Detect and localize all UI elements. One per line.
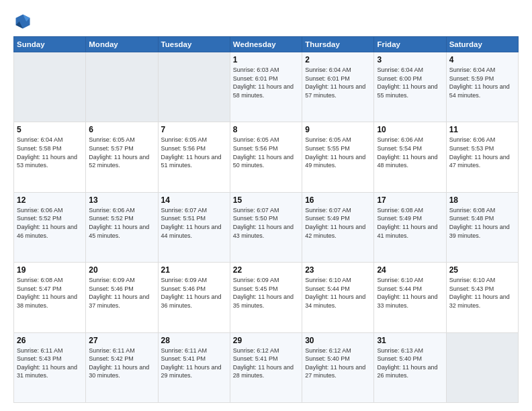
- day-info: Sunrise: 6:07 AMSunset: 5:49 PMDaylight:…: [305, 206, 371, 240]
- day-info: Sunrise: 6:12 AMSunset: 5:41 PMDaylight:…: [233, 347, 299, 380]
- day-number: 31: [377, 336, 443, 345]
- calendar-cell: [446, 332, 518, 402]
- day-info: Sunrise: 6:11 AMSunset: 5:43 PMDaylight:…: [17, 347, 83, 380]
- day-info: Sunrise: 6:08 AMSunset: 5:47 PMDaylight:…: [17, 276, 83, 310]
- day-info: Sunrise: 6:10 AMSunset: 5:43 PMDaylight:…: [449, 276, 515, 310]
- calendar-cell: 11Sunrise: 6:06 AMSunset: 5:53 PMDayligh…: [446, 122, 518, 192]
- day-number: 7: [161, 125, 227, 134]
- calendar-cell: 10Sunrise: 6:06 AMSunset: 5:54 PMDayligh…: [374, 122, 446, 192]
- calendar-cell: 2Sunrise: 6:04 AMSunset: 6:01 PMDaylight…: [302, 52, 374, 122]
- day-number: 24: [377, 265, 443, 275]
- day-info: Sunrise: 6:04 AMSunset: 6:01 PMDaylight:…: [305, 66, 371, 99]
- page: SundayMondayTuesdayWednesdayThursdayFrid…: [0, 0, 532, 411]
- day-number: 23: [305, 265, 371, 275]
- calendar-cell: 21Sunrise: 6:09 AMSunset: 5:46 PMDayligh…: [158, 263, 230, 332]
- calendar-cell: 1Sunrise: 6:03 AMSunset: 6:01 PMDaylight…: [230, 52, 302, 122]
- logo-icon: [13, 12, 32, 31]
- day-info: Sunrise: 6:06 AMSunset: 5:53 PMDaylight:…: [449, 136, 515, 169]
- calendar-cell: [158, 52, 230, 122]
- weekday-header-saturday: Saturday: [446, 37, 518, 52]
- calendar-cell: 4Sunrise: 6:04 AMSunset: 5:59 PMDaylight…: [446, 52, 518, 122]
- calendar-cell: 5Sunrise: 6:04 AMSunset: 5:58 PMDaylight…: [14, 122, 86, 192]
- day-number: 28: [161, 336, 227, 345]
- calendar-cell: 18Sunrise: 6:08 AMSunset: 5:48 PMDayligh…: [446, 192, 518, 262]
- day-info: Sunrise: 6:03 AMSunset: 6:01 PMDaylight:…: [233, 66, 299, 99]
- logo: [13, 12, 35, 31]
- day-info: Sunrise: 6:05 AMSunset: 5:56 PMDaylight:…: [233, 136, 299, 169]
- calendar-cell: 15Sunrise: 6:07 AMSunset: 5:50 PMDayligh…: [230, 192, 302, 262]
- day-info: Sunrise: 6:06 AMSunset: 5:52 PMDaylight:…: [17, 206, 83, 240]
- day-number: 10: [377, 125, 443, 134]
- weekday-header-wednesday: Wednesday: [230, 37, 302, 52]
- week-row-2: 5Sunrise: 6:04 AMSunset: 5:58 PMDaylight…: [14, 122, 519, 192]
- day-info: Sunrise: 6:09 AMSunset: 5:45 PMDaylight:…: [233, 276, 299, 310]
- weekday-header-thursday: Thursday: [302, 37, 374, 52]
- day-number: 25: [449, 265, 515, 275]
- calendar-cell: 19Sunrise: 6:08 AMSunset: 5:47 PMDayligh…: [14, 263, 86, 332]
- calendar-cell: 16Sunrise: 6:07 AMSunset: 5:49 PMDayligh…: [302, 192, 374, 262]
- weekday-header-sunday: Sunday: [14, 37, 86, 52]
- calendar-cell: 29Sunrise: 6:12 AMSunset: 5:41 PMDayligh…: [230, 332, 302, 402]
- day-info: Sunrise: 6:13 AMSunset: 5:40 PMDaylight:…: [377, 347, 443, 380]
- calendar-table: SundayMondayTuesdayWednesdayThursdayFrid…: [13, 36, 519, 403]
- day-number: 4: [449, 55, 515, 64]
- calendar-cell: 6Sunrise: 6:05 AMSunset: 5:57 PMDaylight…: [86, 122, 158, 192]
- day-info: Sunrise: 6:04 AMSunset: 5:59 PMDaylight:…: [449, 66, 515, 99]
- day-number: 1: [233, 55, 299, 64]
- svg-marker-0: [16, 15, 30, 29]
- calendar-cell: 7Sunrise: 6:05 AMSunset: 5:56 PMDaylight…: [158, 122, 230, 192]
- calendar-cell: 8Sunrise: 6:05 AMSunset: 5:56 PMDaylight…: [230, 122, 302, 192]
- day-number: 8: [233, 125, 299, 134]
- day-number: 22: [233, 265, 299, 275]
- day-info: Sunrise: 6:10 AMSunset: 5:44 PMDaylight:…: [377, 276, 443, 310]
- day-number: 18: [449, 195, 515, 205]
- week-row-3: 12Sunrise: 6:06 AMSunset: 5:52 PMDayligh…: [14, 192, 519, 262]
- day-number: 17: [377, 195, 443, 205]
- day-number: 19: [17, 265, 83, 275]
- calendar-cell: [14, 52, 86, 122]
- day-number: 6: [89, 125, 154, 134]
- header: [13, 12, 519, 31]
- day-info: Sunrise: 6:08 AMSunset: 5:49 PMDaylight:…: [377, 206, 443, 240]
- calendar-cell: [86, 52, 158, 122]
- day-info: Sunrise: 6:04 AMSunset: 6:00 PMDaylight:…: [377, 66, 443, 99]
- calendar-cell: 26Sunrise: 6:11 AMSunset: 5:43 PMDayligh…: [14, 332, 86, 402]
- day-number: 14: [161, 195, 227, 205]
- day-number: 2: [305, 55, 371, 64]
- calendar-cell: 28Sunrise: 6:11 AMSunset: 5:41 PMDayligh…: [158, 332, 230, 402]
- day-info: Sunrise: 6:11 AMSunset: 5:41 PMDaylight:…: [161, 347, 227, 380]
- day-info: Sunrise: 6:11 AMSunset: 5:42 PMDaylight:…: [89, 347, 154, 380]
- day-number: 20: [89, 265, 154, 275]
- calendar-cell: 17Sunrise: 6:08 AMSunset: 5:49 PMDayligh…: [374, 192, 446, 262]
- day-number: 21: [161, 265, 227, 275]
- day-number: 16: [305, 195, 371, 205]
- calendar-cell: 30Sunrise: 6:12 AMSunset: 5:40 PMDayligh…: [302, 332, 374, 402]
- calendar-cell: 9Sunrise: 6:05 AMSunset: 5:55 PMDaylight…: [302, 122, 374, 192]
- calendar-cell: 20Sunrise: 6:09 AMSunset: 5:46 PMDayligh…: [86, 263, 158, 332]
- week-row-4: 19Sunrise: 6:08 AMSunset: 5:47 PMDayligh…: [14, 263, 519, 332]
- weekday-header-monday: Monday: [86, 37, 158, 52]
- day-number: 3: [377, 55, 443, 64]
- calendar-cell: 13Sunrise: 6:06 AMSunset: 5:52 PMDayligh…: [86, 192, 158, 262]
- calendar-cell: 12Sunrise: 6:06 AMSunset: 5:52 PMDayligh…: [14, 192, 86, 262]
- day-number: 29: [233, 336, 299, 345]
- day-number: 30: [305, 336, 371, 345]
- day-info: Sunrise: 6:12 AMSunset: 5:40 PMDaylight:…: [305, 347, 371, 380]
- day-number: 13: [89, 195, 154, 205]
- day-info: Sunrise: 6:06 AMSunset: 5:54 PMDaylight:…: [377, 136, 443, 169]
- day-info: Sunrise: 6:09 AMSunset: 5:46 PMDaylight:…: [89, 276, 154, 310]
- calendar-cell: 3Sunrise: 6:04 AMSunset: 6:00 PMDaylight…: [374, 52, 446, 122]
- weekday-header-tuesday: Tuesday: [158, 37, 230, 52]
- day-number: 26: [17, 336, 83, 345]
- day-info: Sunrise: 6:05 AMSunset: 5:57 PMDaylight:…: [89, 136, 154, 169]
- calendar-cell: 31Sunrise: 6:13 AMSunset: 5:40 PMDayligh…: [374, 332, 446, 402]
- calendar-cell: 27Sunrise: 6:11 AMSunset: 5:42 PMDayligh…: [86, 332, 158, 402]
- day-number: 9: [305, 125, 371, 134]
- day-number: 12: [17, 195, 83, 205]
- day-info: Sunrise: 6:07 AMSunset: 5:51 PMDaylight:…: [161, 206, 227, 240]
- calendar-cell: 25Sunrise: 6:10 AMSunset: 5:43 PMDayligh…: [446, 263, 518, 332]
- day-info: Sunrise: 6:10 AMSunset: 5:44 PMDaylight:…: [305, 276, 371, 310]
- day-info: Sunrise: 6:07 AMSunset: 5:50 PMDaylight:…: [233, 206, 299, 240]
- calendar-cell: 22Sunrise: 6:09 AMSunset: 5:45 PMDayligh…: [230, 263, 302, 332]
- day-info: Sunrise: 6:04 AMSunset: 5:58 PMDaylight:…: [17, 136, 83, 169]
